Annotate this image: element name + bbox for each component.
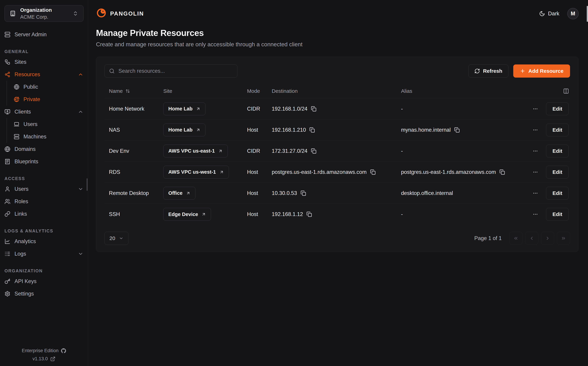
site-link-button[interactable]: AWS VPC us-west-1	[163, 166, 229, 178]
site-link-button[interactable]: Home Lab	[163, 102, 206, 115]
laptop-icon	[14, 122, 19, 127]
user-icon	[5, 186, 10, 192]
site-link-button[interactable]: Edge Device	[163, 208, 211, 221]
chevrons-up-down-icon	[73, 11, 78, 16]
toolbar-actions: Refresh Add Resource	[468, 64, 570, 78]
cell-alias: mynas.home.internal	[397, 127, 513, 133]
copy-button[interactable]	[370, 169, 376, 175]
sidebar-item-label: Users	[23, 121, 37, 127]
row-menu-button[interactable]	[533, 106, 538, 112]
sort-arrows-icon	[125, 89, 130, 93]
last-page-button[interactable]	[557, 232, 570, 245]
edit-button[interactable]: Edit	[546, 187, 569, 200]
cell-actions: Edit	[513, 123, 570, 136]
cell-mode: CIDR	[243, 148, 267, 154]
sidebar-item-client-users[interactable]: Users	[14, 118, 83, 130]
row-menu-button[interactable]	[533, 169, 538, 175]
pangolin-logo[interactable]: PANGOLIN	[96, 8, 144, 20]
cell-mode: CIDR	[243, 106, 267, 112]
copy-button[interactable]	[500, 169, 505, 175]
edit-button[interactable]: Edit	[546, 145, 569, 157]
edition-link[interactable]: Enterprise Edition	[22, 348, 66, 353]
sidebar-item-api-keys[interactable]: API Keys	[5, 275, 83, 288]
row-menu-button[interactable]	[533, 148, 538, 154]
sidebar-item-links[interactable]: Links	[5, 208, 83, 220]
sidebar-item-domains[interactable]: Domains	[5, 143, 83, 155]
org-selector-label: Organization	[20, 7, 68, 13]
cell-mode: Host	[243, 127, 267, 133]
search-box[interactable]	[104, 64, 237, 78]
sidebar-item-public[interactable]: Public	[14, 81, 83, 93]
section-label-organization: ORGANIZATION	[5, 268, 83, 273]
next-page-button[interactable]	[541, 232, 554, 245]
first-page-button[interactable]	[509, 232, 522, 245]
arrow-up-right-icon	[201, 212, 206, 216]
site-link-button[interactable]: Office	[163, 187, 195, 200]
sidebar-item-label: Logs	[15, 251, 26, 257]
copy-button[interactable]	[454, 127, 460, 133]
sidebar-item-label: Blueprints	[15, 159, 38, 165]
edition-label: Enterprise Edition	[22, 348, 59, 353]
add-resource-button[interactable]: Add Resource	[513, 64, 570, 78]
edit-button[interactable]: Edit	[546, 208, 569, 221]
theme-toggle[interactable]: Dark	[538, 10, 560, 17]
sidebar-item-analytics[interactable]: Analytics	[5, 235, 83, 248]
sidebar-item-machines[interactable]: Machines	[14, 130, 83, 143]
copy-button[interactable]	[311, 106, 316, 112]
sidebar-item-roles[interactable]: Roles	[5, 195, 83, 208]
arrow-up-right-icon	[186, 191, 191, 195]
avatar[interactable]: M	[567, 8, 579, 19]
copy-button[interactable]	[311, 148, 316, 154]
table-pagination: 20 Page 1 of 1	[104, 232, 570, 245]
cell-mode: Host	[243, 190, 267, 196]
cell-actions: Edit	[513, 187, 570, 200]
page-scrollbar[interactable]	[587, 0, 588, 366]
row-menu-button[interactable]	[533, 191, 538, 196]
edit-button[interactable]: Edit	[546, 123, 569, 136]
copy-button[interactable]	[309, 127, 315, 133]
row-menu-button[interactable]	[533, 127, 538, 133]
logs-icon	[5, 251, 10, 257]
resources-icon	[5, 72, 10, 77]
globe-lock-icon	[14, 97, 19, 102]
version-link[interactable]: v1.13.0	[32, 356, 55, 361]
sidebar-item-users[interactable]: Users	[5, 183, 83, 195]
sidebar-item-label: Analytics	[15, 238, 36, 244]
page-size-select[interactable]: 20	[104, 232, 128, 245]
sidebar-item-private[interactable]: Private	[14, 93, 83, 106]
edit-button[interactable]: Edit	[546, 166, 569, 178]
pangolin-logo-icon	[96, 8, 107, 20]
prev-page-button[interactable]	[525, 232, 538, 245]
row-menu-button[interactable]	[533, 212, 538, 217]
org-selector-value: ACME Corp.	[20, 14, 68, 20]
sidebar-item-blueprints[interactable]: Blueprints	[5, 155, 83, 168]
column-header-alias: Alias	[397, 88, 513, 94]
cell-site: Home Lab	[159, 102, 243, 115]
sidebar-item-server-admin[interactable]: Server Admin	[5, 28, 83, 41]
refresh-button[interactable]: Refresh	[468, 64, 508, 78]
clients-subgroup: Users Machines	[7, 118, 83, 143]
sidebar-item-logs[interactable]: Logs	[5, 248, 83, 260]
columns-toggle-button[interactable]	[563, 88, 569, 94]
copy-button[interactable]	[301, 191, 306, 196]
sidebar-item-sites[interactable]: Sites	[5, 56, 83, 68]
cell-destination: 192.168.1.12	[267, 211, 397, 217]
sidebar-item-resources[interactable]: Resources	[5, 68, 83, 81]
arrow-up-right-icon	[218, 149, 223, 153]
sidebar-item-clients[interactable]: Clients	[5, 106, 83, 118]
sidebar-scrollbar-thumb[interactable]	[87, 178, 88, 191]
search-input[interactable]	[118, 68, 233, 74]
edit-button[interactable]: Edit	[546, 102, 569, 115]
cell-mode: Host	[243, 169, 267, 175]
resources-card: Refresh Add Resource Name	[96, 57, 579, 252]
site-link-button[interactable]: AWS VPC us-east-1	[163, 145, 228, 157]
ellipsis-icon	[533, 212, 538, 217]
site-link-button[interactable]: Home Lab	[163, 123, 206, 136]
org-selector[interactable]: Organization ACME Corp.	[5, 5, 84, 22]
chevron-up-icon	[78, 109, 83, 114]
column-header-name[interactable]: Name	[104, 88, 159, 94]
page-scrollbar-thumb[interactable]	[587, 6, 588, 22]
link-icon	[5, 211, 10, 217]
copy-button[interactable]	[306, 212, 312, 217]
sidebar-item-settings[interactable]: Settings	[5, 288, 83, 300]
